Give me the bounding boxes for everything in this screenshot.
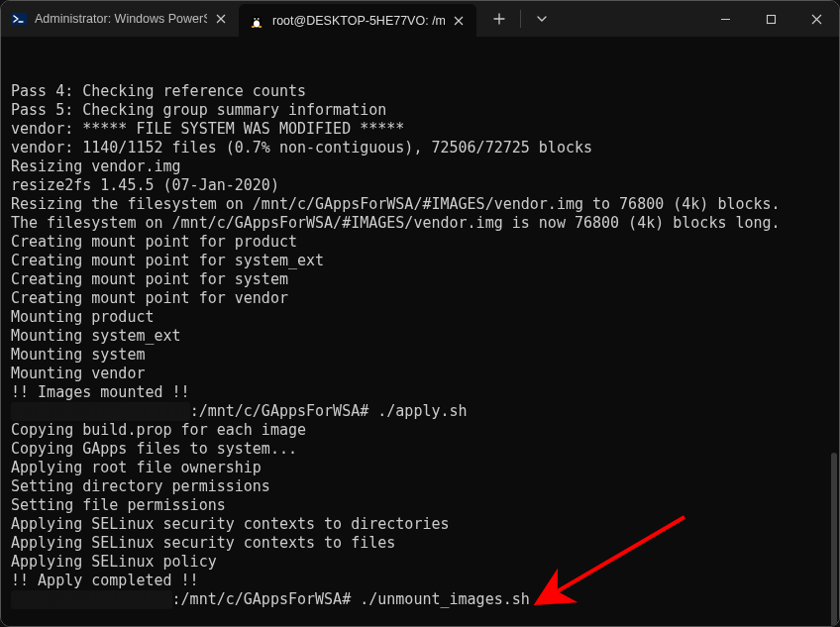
terminal-line: Copying GApps files to system...	[11, 440, 829, 459]
scrollbar-thumb[interactable]	[831, 453, 837, 626]
terminal-line: Creating mount point for system_ext	[11, 252, 829, 270]
redacted-user: root@DESKTOP-5HE77VO	[11, 402, 190, 421]
tab-dropdown-button[interactable]	[525, 4, 559, 34]
svg-point-7	[258, 18, 259, 19]
titlebar-spacer[interactable]	[559, 1, 702, 37]
terminal-line: Mounting system	[11, 346, 829, 365]
tab-label: root@DESKTOP-5HE77VO: /mnt	[272, 14, 445, 28]
tab-linux[interactable]: root@DESKTOP-5HE77VO: /mnt	[239, 4, 476, 37]
terminal-body[interactable]: Pass 4: Checking reference countsPass 5:…	[1, 37, 839, 626]
terminal-line: resize2fs 1.45.5 (07-Jan-2020)	[11, 176, 829, 195]
minimize-button[interactable]	[702, 1, 748, 37]
terminal-prompt-line: root@DESKTOP-5HE77VO:/mnt/c/GAppsForWSA#…	[11, 402, 829, 421]
terminal-line: Applying root file ownership	[11, 459, 829, 477]
terminal-line: Applying SELinux policy	[11, 553, 829, 572]
titlebar: Administrator: Windows PowerShell	[1, 1, 839, 37]
terminal-line: Pass 4: Checking reference counts	[11, 82, 829, 101]
terminal-line: Mounting vendor	[11, 365, 829, 383]
tab-strip: Administrator: Windows PowerShell	[1, 1, 476, 37]
terminal-line: Setting directory permissions	[11, 477, 829, 496]
tab-actions	[476, 1, 559, 37]
terminal-line: Pass 5: Checking group summary informati…	[11, 101, 829, 120]
terminal-line: Applying SELinux security contexts to di…	[11, 515, 829, 534]
powershell-icon	[11, 11, 27, 27]
terminal-prompt-line: root@DESKTOP-5HE77:/mnt/c/GAppsForWSA# .…	[11, 590, 829, 609]
terminal-line: Creating mount point for vendor	[11, 289, 829, 308]
terminal-line: vendor: 1140/1152 files (0.7% non-contig…	[11, 139, 829, 157]
redacted-user: root@DESKTOP-5HE77	[11, 590, 172, 609]
terminal-window: Administrator: Windows PowerShell	[0, 0, 840, 627]
svg-point-9	[259, 26, 262, 28]
terminal-line: Applying SELinux security contexts to fi…	[11, 534, 829, 553]
maximize-button[interactable]	[748, 1, 793, 37]
tab-close-button[interactable]	[213, 11, 229, 27]
svg-point-6	[255, 18, 256, 19]
divider	[520, 10, 521, 28]
window-controls	[702, 1, 839, 37]
new-tab-button[interactable]	[482, 4, 516, 34]
tab-powershell[interactable]: Administrator: Windows PowerShell	[1, 1, 239, 37]
terminal-line: !! Apply completed !!	[11, 572, 829, 590]
terminal-line: Creating mount point for product	[11, 233, 829, 252]
svg-rect-0	[11, 13, 27, 25]
terminal-line: Mounting product	[11, 308, 829, 327]
terminal-line: Mounting system_ext	[11, 327, 829, 346]
svg-point-8	[252, 26, 256, 28]
terminal-line: vendor: ***** FILE SYSTEM WAS MODIFIED *…	[11, 120, 829, 139]
terminal-line: Creating mount point for system	[11, 270, 829, 289]
terminal-line: The filesystem on /mnt/c/GAppsForWSA/#IM…	[11, 214, 829, 233]
terminal-line: Setting file permissions	[11, 496, 829, 515]
terminal-line: Resizing vendor.img	[11, 157, 829, 176]
terminal-line: Copying build.prop for each image	[11, 421, 829, 440]
close-window-button[interactable]	[793, 1, 839, 37]
terminal-output: Pass 4: Checking reference countsPass 5:…	[11, 82, 829, 609]
tux-icon	[249, 13, 264, 29]
svg-rect-11	[767, 15, 775, 23]
terminal-line: !! Images mounted !!	[11, 383, 829, 402]
terminal-line: Resizing the filesystem on /mnt/c/GAppsF…	[11, 195, 829, 214]
tab-close-button[interactable]	[451, 13, 467, 29]
tab-label: Administrator: Windows PowerShell	[35, 12, 207, 26]
